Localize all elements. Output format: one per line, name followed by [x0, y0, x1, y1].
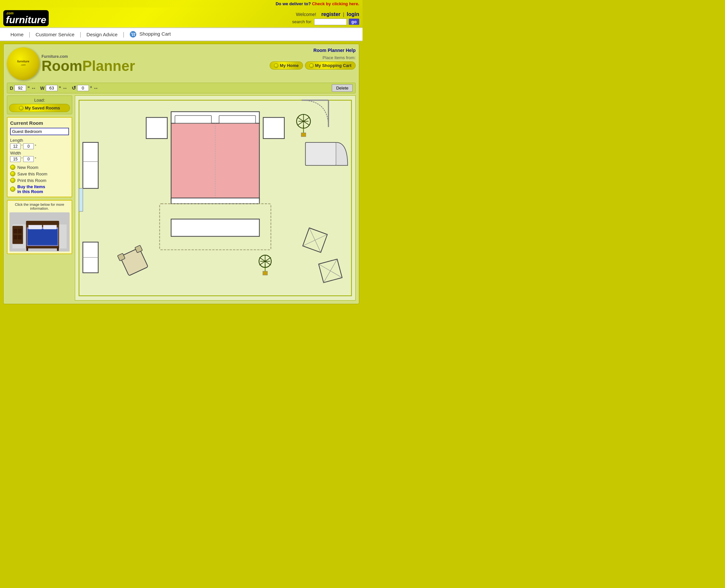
search-label: search for: — [292, 19, 312, 24]
svg-rect-11 — [18, 229, 22, 234]
svg-text:furniture: furniture — [17, 60, 29, 63]
print-room-label: Print this Room — [17, 178, 46, 183]
bed-image[interactable] — [9, 212, 69, 252]
go-button[interactable]: go — [349, 19, 359, 25]
rotation-input[interactable] — [77, 85, 89, 91]
my-home-button[interactable]: My Home — [270, 61, 303, 69]
current-room-title: Current Room — [10, 120, 69, 126]
logo-area: .com furniture — [3, 10, 49, 26]
width-input[interactable] — [46, 85, 58, 91]
rotation-control: ↺ ° ↔ — [72, 85, 99, 91]
length-in-mark: " — [35, 144, 36, 149]
load-label: Load: — [9, 98, 70, 103]
width-dim-inputs: ' " — [10, 156, 69, 162]
print-room-action[interactable]: Print this Room — [10, 178, 69, 183]
room-planner-help-link[interactable]: Room Planner Help — [314, 48, 356, 53]
print-room-dot — [10, 178, 15, 183]
my-shopping-cart-button[interactable]: My Shopping Cart — [305, 61, 356, 69]
width-arrows: ↔ — [62, 85, 68, 91]
svg-point-1 — [132, 35, 133, 36]
svg-rect-18 — [26, 221, 59, 225]
save-room-action[interactable]: Save this Room — [10, 171, 69, 176]
room-text: Room — [41, 58, 82, 74]
cart-icon — [129, 31, 137, 38]
current-room-box: Current Room Length ' " Width — [7, 117, 72, 197]
svg-rect-63 — [79, 188, 83, 211]
info-box-text: Click the image below for more informati… — [9, 203, 69, 210]
room-canvas[interactable] — [75, 96, 356, 300]
room-actions: New Room Save this Room Print this Room — [10, 165, 69, 194]
planner-top: furniture .com Furniture.com RoomPlanner… — [7, 47, 356, 80]
planner-help-area: Room Planner Help Place Items from: My H… — [270, 47, 356, 69]
search-input[interactable] — [314, 19, 347, 25]
register-link[interactable]: register — [321, 12, 341, 17]
depth-label: D — [10, 86, 13, 91]
room-name-input[interactable] — [10, 128, 69, 135]
depth-input[interactable] — [14, 85, 26, 91]
delivery-link[interactable]: Check by clicking here. — [312, 1, 359, 6]
new-room-action[interactable]: New Room — [10, 165, 69, 170]
nav-customer-service[interactable]: Customer Service — [31, 31, 80, 38]
nav-design-advice[interactable]: Design Advice — [81, 31, 123, 38]
info-box: Click the image below for more informati… — [7, 200, 72, 254]
nav-shopping-cart[interactable]: Shopping Cart — [124, 30, 176, 39]
svg-rect-20 — [26, 248, 28, 251]
header: .com furniture Welcome! register | login… — [0, 7, 363, 27]
buy-items-label: Buy the Items in this Room — [17, 184, 45, 194]
footer-bar — [0, 309, 363, 315]
main-content: furniture .com Furniture.com RoomPlanner… — [0, 41, 363, 309]
length-row: Length ' " — [10, 138, 69, 149]
width-in-input[interactable] — [23, 156, 34, 162]
logo-box: .com furniture — [3, 10, 49, 26]
svg-rect-8 — [13, 226, 23, 244]
svg-rect-32 — [263, 118, 284, 139]
svg-text:.com: .com — [21, 64, 25, 66]
planner-logo-text: Furniture.com RoomPlanner — [36, 54, 135, 73]
delivery-question: Do we deliver to? — [276, 1, 311, 6]
header-right: Welcome! register | login search for: go — [292, 12, 359, 25]
nav-home[interactable]: Home — [5, 31, 29, 38]
delivery-bar: Do we deliver to? Check by clicking here… — [0, 0, 363, 7]
buy-items-action[interactable]: Buy the Items in this Room — [10, 184, 69, 194]
planner-text: Planner — [82, 58, 135, 74]
svg-rect-15 — [27, 229, 58, 245]
svg-rect-28 — [219, 115, 256, 123]
planner-logo-circle: furniture .com — [7, 47, 40, 80]
length-ft-input[interactable] — [10, 143, 21, 149]
svg-point-2 — [134, 35, 135, 36]
depth-control: D " ↔ — [10, 85, 36, 91]
delete-button[interactable]: Delete — [332, 84, 353, 92]
width-dim-row: Width ' " — [10, 151, 69, 162]
rotation-arrows: ↔ — [93, 85, 98, 91]
save-room-dot — [10, 171, 15, 176]
separator: | — [343, 12, 344, 17]
width-ft-mark: ' — [22, 157, 22, 161]
svg-rect-39 — [301, 133, 306, 137]
svg-rect-10 — [14, 235, 17, 239]
logo-furniture: furniture — [6, 15, 46, 25]
planner-body: Load: My Saved Rooms Current Room Length — [7, 96, 356, 300]
planner-title: RoomPlanner — [41, 59, 135, 73]
welcome-text: Welcome! — [296, 12, 316, 17]
my-home-circle — [274, 63, 279, 68]
svg-rect-21 — [57, 248, 59, 251]
planner-logo: furniture .com Furniture.com RoomPlanner — [7, 47, 135, 80]
rotate-icon: ↺ — [72, 85, 76, 91]
svg-rect-40 — [171, 219, 259, 236]
new-room-label: New Room — [17, 165, 38, 170]
width-unit: " — [59, 86, 61, 91]
rotation-unit: ° — [90, 86, 92, 91]
svg-rect-12 — [18, 235, 22, 239]
svg-rect-55 — [263, 271, 267, 275]
svg-rect-30 — [171, 198, 259, 204]
depth-unit: " — [27, 86, 30, 91]
planner-sidebar: Load: My Saved Rooms Current Room Length — [7, 96, 72, 300]
my-saved-rooms-button[interactable]: My Saved Rooms — [9, 104, 70, 112]
length-ft-mark: ' — [22, 144, 22, 149]
login-link[interactable]: login — [347, 12, 359, 17]
depth-arrows: ↔ — [31, 85, 36, 91]
svg-rect-41 — [83, 142, 98, 188]
length-in-input[interactable] — [23, 143, 34, 149]
length-inputs: ' " — [10, 143, 69, 149]
width-ft-input[interactable] — [10, 156, 21, 162]
